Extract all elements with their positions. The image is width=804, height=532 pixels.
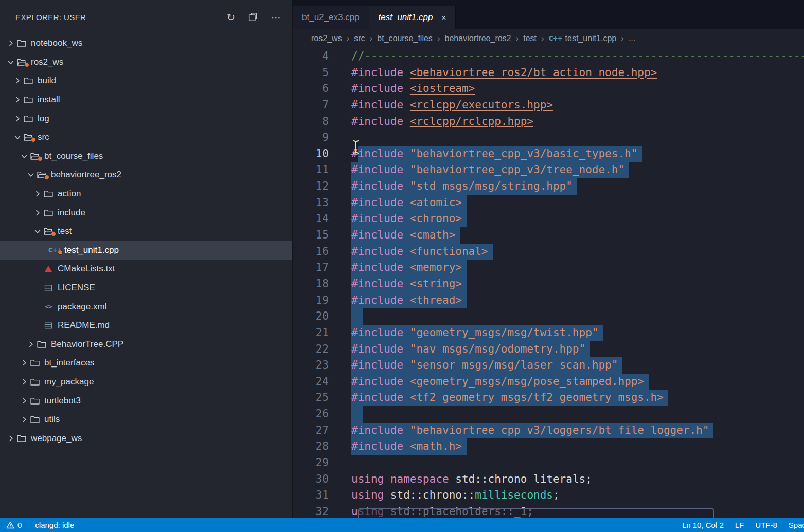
code-line-6[interactable]: 6#include <iostream>	[293, 81, 804, 97]
git-modified-badge	[31, 137, 36, 142]
tree-item-CMakeLists.txt[interactable]: CMakeLists.txt	[0, 260, 292, 279]
breadcrumb-item-test[interactable]: test	[523, 34, 537, 43]
tree-item-my_package[interactable]: my_package	[0, 373, 292, 392]
tree-item-label: ros2_ws	[31, 57, 63, 67]
tree-item-notebook_ws[interactable]: notebook_ws	[0, 34, 292, 53]
tab-test_unit1.cpp[interactable]: test_unit1.cpp×	[369, 6, 456, 29]
tree-item-BehaviorTree.CPP[interactable]: BehaviorTree.CPP	[0, 335, 292, 354]
code-line-29[interactable]: 29	[293, 455, 804, 471]
chevron-right-icon[interactable]	[20, 378, 29, 386]
breadcrumb-item-src[interactable]: src	[354, 34, 365, 43]
chevron-right-icon[interactable]	[20, 397, 29, 405]
tree-item-LICENSE[interactable]: LICENSE	[0, 279, 292, 298]
code-line-26[interactable]: 26	[293, 406, 804, 423]
chevron-down-icon[interactable]	[13, 133, 22, 141]
code-line-21[interactable]: 21#include "geometry_msgs/msg/twist.hpp"	[293, 325, 804, 341]
tree-item-label: turtlebot3	[44, 396, 81, 406]
tree-item-test_unit1.cpp[interactable]: C++test_unit1.cpp	[0, 241, 292, 260]
chevron-down-icon[interactable]	[6, 58, 15, 66]
code-line-12[interactable]: 12#include "std_msgs/msg/string.hpp"	[293, 178, 804, 195]
tree-item-build[interactable]: build	[0, 71, 292, 90]
chevron-right-icon[interactable]	[20, 415, 29, 424]
tree-item-label: CMakeLists.txt	[58, 264, 115, 274]
status-eol[interactable]: LF	[735, 521, 744, 529]
chevron-right-icon[interactable]	[33, 190, 42, 198]
chevron-down-icon[interactable]	[33, 227, 42, 235]
line-number: 11	[293, 162, 329, 178]
tree-item-action[interactable]: action	[0, 185, 292, 204]
breadcrumb-item-...[interactable]: ...	[629, 34, 635, 43]
tree-item-install[interactable]: install	[0, 90, 292, 109]
code-line-4[interactable]: 4//-------------------------------------…	[293, 48, 804, 65]
tree-item-package.xml[interactable]: <>package.xml	[0, 297, 292, 316]
chevron-right-icon[interactable]	[13, 115, 22, 123]
tree-item-label: test	[58, 226, 72, 236]
git-modified-badge	[44, 175, 49, 180]
code-line-11[interactable]: 11#include "behaviortree_cpp_v3/tree_nod…	[293, 162, 804, 178]
more-actions-icon[interactable]: ⋯	[271, 12, 281, 22]
breadcrumb-item-test_unit1.cpp[interactable]: C++test_unit1.cpp	[549, 34, 617, 43]
line-number: 31	[293, 487, 329, 504]
breadcrumb-item-behaviortree_ros2[interactable]: behaviortree_ros2	[445, 34, 511, 43]
code-line-30[interactable]: 30using namespace std::chrono_literals;	[293, 471, 804, 488]
selection-highlight: #include "behaviortree_cpp_v3/tree_node.…	[351, 162, 629, 178]
split-editor-icon[interactable]	[248, 12, 258, 22]
tree-item-test[interactable]: test	[0, 222, 292, 241]
code-line-22[interactable]: 22#include "nav_msgs/msg/odometry.hpp"	[293, 341, 804, 358]
chevron-right-icon[interactable]	[33, 209, 42, 217]
code-line-10[interactable]: 10#include "behaviortree_cpp_v3/basic_ty…	[293, 146, 804, 162]
line-number: 8	[293, 114, 329, 130]
breadcrumb-item-ros2_ws[interactable]: ros2_ws	[311, 34, 342, 43]
chevron-right-icon[interactable]	[6, 434, 15, 443]
code-line-5[interactable]: 5#include <behaviortree_ros2/bt_action_n…	[293, 65, 804, 81]
code-line-28[interactable]: 28#include <math.h>	[293, 438, 804, 455]
explorer-header: EXPLORER: USER ↻ ⋯	[0, 0, 292, 34]
code-line-13[interactable]: 13#include <atomic>	[293, 195, 804, 211]
close-icon[interactable]: ×	[441, 13, 446, 22]
chevron-right-icon[interactable]	[6, 39, 15, 47]
chevron-right-icon[interactable]	[26, 340, 35, 348]
code-line-8[interactable]: 8#include <rclcpp/rclcpp.hpp>	[293, 114, 804, 130]
tree-item-include[interactable]: include	[0, 203, 292, 222]
code-line-31[interactable]: 31using std::chrono::milliseconds;	[293, 487, 804, 504]
tree-item-bt_course_files[interactable]: bt_course_files	[0, 147, 292, 166]
code-editor[interactable]: 4//-------------------------------------…	[293, 48, 804, 518]
problems-indicator[interactable]: 0	[6, 521, 22, 529]
code-line-15[interactable]: 15#include <cmath>	[293, 227, 804, 244]
tree-item-README.md[interactable]: README.md	[0, 316, 292, 335]
chevron-right-icon[interactable]	[20, 359, 29, 367]
chevron-right-icon[interactable]	[13, 96, 22, 104]
code-line-16[interactable]: 16#include <functional>	[293, 244, 804, 260]
code-line-25[interactable]: 25#include <tf2_geometry_msgs/tf2_geomet…	[293, 390, 804, 406]
breadcrumb-item-bt_course_files[interactable]: bt_course_files	[377, 34, 433, 43]
code-line-17[interactable]: 17#include <memory>	[293, 260, 804, 276]
chevron-right-icon: ›	[370, 33, 373, 44]
code-line-27[interactable]: 27#include "behaviortree_cpp_v3/loggers/…	[293, 423, 804, 439]
code-line-20[interactable]: 20	[293, 308, 804, 325]
chevron-down-icon[interactable]	[26, 171, 35, 179]
code-line-14[interactable]: 14#include <chrono>	[293, 211, 804, 227]
tree-item-src[interactable]: src	[0, 128, 292, 147]
chevron-right-icon[interactable]	[13, 77, 22, 85]
language-server-status[interactable]: clangd: idle	[35, 521, 74, 529]
code-line-9[interactable]: 9	[293, 130, 804, 146]
code-line-19[interactable]: 19#include <thread>	[293, 292, 804, 309]
tree-item-log[interactable]: log	[0, 109, 292, 128]
code-line-18[interactable]: 18#include <string>	[293, 276, 804, 292]
status-encoding[interactable]: UTF-8	[755, 521, 777, 529]
cpp-file-icon: C++	[49, 247, 61, 254]
tree-item-bt_interfaces[interactable]: bt_interfaces	[0, 354, 292, 373]
tree-item-webpage_ws[interactable]: webpage_ws	[0, 429, 292, 448]
code-line-7[interactable]: 7#include <rclcpp/executors.hpp>	[293, 97, 804, 114]
tree-item-turtlebot3[interactable]: turtlebot3	[0, 391, 292, 410]
status-cursor-position[interactable]: Ln 10, Col 2	[682, 521, 724, 529]
code-line-23[interactable]: 23#include "sensor_msgs/msg/laser_scan.h…	[293, 357, 804, 374]
chevron-down-icon[interactable]	[20, 152, 29, 160]
refresh-icon[interactable]: ↻	[227, 12, 235, 22]
tab-bt_u2_ex3.cpp[interactable]: bt_u2_ex3.cpp	[293, 6, 369, 29]
tree-item-utils[interactable]: utils	[0, 410, 292, 429]
tree-item-behaviortree_ros2[interactable]: behaviortree_ros2	[0, 166, 292, 185]
code-line-24[interactable]: 24#include <geometry_msgs/msg/pose_stamp…	[293, 374, 804, 390]
status-indentation[interactable]: Spac	[789, 521, 804, 529]
tree-item-ros2_ws[interactable]: ros2_ws	[0, 53, 292, 72]
